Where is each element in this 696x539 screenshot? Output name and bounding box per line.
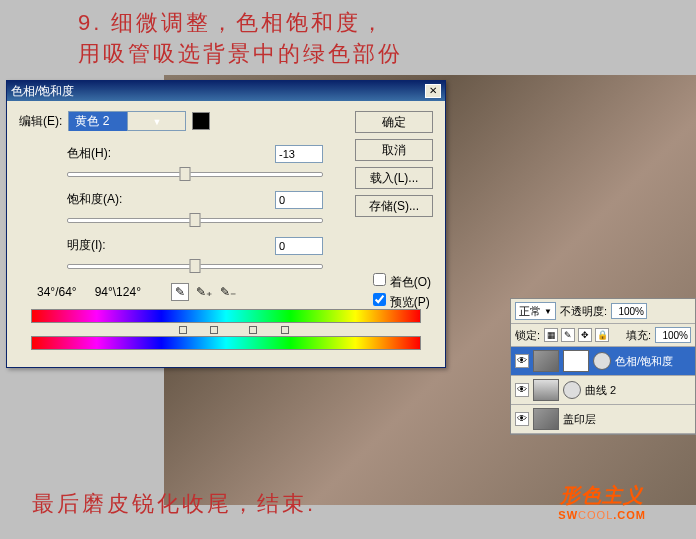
eyedropper-icon[interactable]: ✎ <box>171 283 189 301</box>
layer-row[interactable]: 👁 盖印层 <box>511 405 695 434</box>
hue-slider[interactable] <box>67 165 323 183</box>
layer-name: 色相/饱和度 <box>615 354 673 369</box>
lock-all-icon[interactable]: 🔒 <box>595 328 609 342</box>
layer-name: 曲线 2 <box>585 383 616 398</box>
eyedropper-subtract-icon[interactable]: ✎₋ <box>219 283 237 301</box>
annotation-bottom: 最后磨皮锐化收尾，结束. <box>32 489 316 519</box>
saturation-label: 饱和度(A): <box>67 191 122 209</box>
opacity-label: 不透明度: <box>560 304 607 319</box>
adjustment-icon <box>563 381 581 399</box>
dialog-titlebar[interactable]: 色相/饱和度 ✕ <box>7 81 445 101</box>
color-swatch[interactable] <box>192 112 210 130</box>
hue-saturation-dialog: 色相/饱和度 ✕ 编辑(E): 黄色 2 ▼ 色相(H): 饱和度(A): <box>6 80 446 368</box>
layers-panel: 正常▼ 不透明度: 锁定: ▦ ✎ ✥ 🔒 填充: 👁 色相/饱和度 👁 曲线 … <box>510 298 696 435</box>
chevron-down-icon[interactable]: ▼ <box>127 112 185 130</box>
lock-move-icon[interactable]: ✥ <box>578 328 592 342</box>
fill-label: 填充: <box>626 328 651 343</box>
mask-thumbnail <box>563 350 589 372</box>
hue-input[interactable] <box>275 145 323 163</box>
range-marker[interactable] <box>281 326 289 334</box>
lock-label: 锁定: <box>515 328 540 343</box>
save-button[interactable]: 存储(S)... <box>355 195 433 217</box>
visibility-icon[interactable]: 👁 <box>515 354 529 368</box>
lightness-slider[interactable] <box>67 257 323 275</box>
colorize-checkbox[interactable]: 着色(O) <box>373 273 431 291</box>
spectrum-bottom[interactable] <box>31 336 421 350</box>
range-right: 94°\124° <box>95 285 141 299</box>
edit-label: 编辑(E): <box>19 113 62 130</box>
saturation-slider[interactable] <box>67 211 323 229</box>
blend-mode-dropdown[interactable]: 正常▼ <box>515 302 556 320</box>
fill-input[interactable] <box>655 327 691 343</box>
dialog-title: 色相/饱和度 <box>11 83 74 100</box>
eyedropper-add-icon[interactable]: ✎₊ <box>195 283 213 301</box>
spectrum-bars <box>31 309 421 350</box>
layer-row[interactable]: 👁 色相/饱和度 <box>511 347 695 376</box>
layer-thumbnail <box>533 379 559 401</box>
lightness-input[interactable] <box>275 237 323 255</box>
chevron-down-icon: ▼ <box>544 307 552 316</box>
lightness-label: 明度(I): <box>67 237 106 255</box>
layer-thumbnail <box>533 350 559 372</box>
spectrum-top[interactable] <box>31 309 421 323</box>
visibility-icon[interactable]: 👁 <box>515 383 529 397</box>
visibility-icon[interactable]: 👁 <box>515 412 529 426</box>
load-button[interactable]: 载入(L)... <box>355 167 433 189</box>
range-marker[interactable] <box>179 326 187 334</box>
adjustment-icon <box>593 352 611 370</box>
hue-label: 色相(H): <box>67 145 111 163</box>
opacity-input[interactable] <box>611 303 647 319</box>
layer-name: 盖印层 <box>563 412 596 427</box>
lock-paint-icon[interactable]: ✎ <box>561 328 575 342</box>
edit-dropdown[interactable]: 黄色 2 ▼ <box>68 111 186 131</box>
lock-transparent-icon[interactable]: ▦ <box>544 328 558 342</box>
layer-thumbnail <box>533 408 559 430</box>
annotation-top: 9. 细微调整，色相饱和度， 用吸管吸选背景中的绿色部份 <box>78 8 403 70</box>
layer-row[interactable]: 👁 曲线 2 <box>511 376 695 405</box>
watermark: 形色主义 SWCOOL.COM <box>558 482 646 521</box>
saturation-input[interactable] <box>275 191 323 209</box>
range-marker[interactable] <box>249 326 257 334</box>
close-icon[interactable]: ✕ <box>425 84 441 98</box>
range-left: 34°/64° <box>37 285 77 299</box>
range-marker[interactable] <box>210 326 218 334</box>
cancel-button[interactable]: 取消 <box>355 139 433 161</box>
ok-button[interactable]: 确定 <box>355 111 433 133</box>
